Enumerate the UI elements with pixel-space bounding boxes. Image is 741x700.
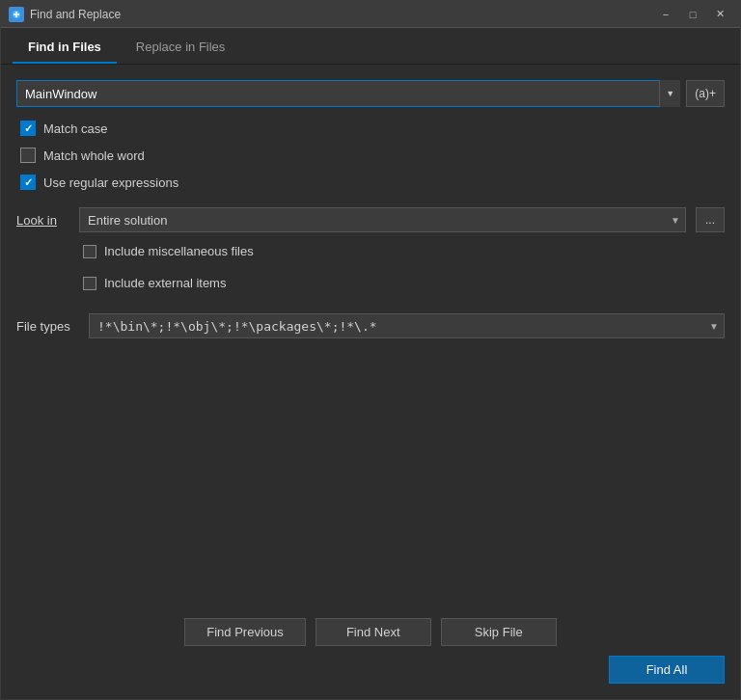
use-regex-row: Use regular expressions [16, 173, 725, 192]
content-area: ▼ (a)+ Match case Match whole word Use r… [1, 65, 740, 606]
search-input-wrapper: ▼ [16, 80, 680, 107]
find-and-replace-window: Find and Replace − □ ✕ Find in Files Rep… [0, 0, 741, 700]
title-bar: Find and Replace − □ ✕ [1, 1, 740, 28]
title-bar-left: Find and Replace [9, 7, 121, 22]
tab-bar: Find in Files Replace in Files [1, 28, 740, 65]
window-icon [9, 7, 24, 22]
include-external-items-label: Include external items [104, 276, 226, 290]
file-types-select[interactable]: !*\bin\*;!*\obj\*;!*\packages\*;!*\.* [89, 313, 725, 338]
tab-replace-in-files[interactable]: Replace in Files [121, 32, 241, 64]
button-row-2: Find All [16, 656, 725, 684]
look-in-section: Look in Entire solution Current Project … [16, 207, 725, 338]
include-external-items-checkbox[interactable] [83, 277, 96, 290]
include-external-items-row: Include external items [79, 274, 725, 292]
search-row: ▼ (a)+ [16, 80, 725, 107]
button-area: Find Previous Find Next Skip File Find A… [1, 606, 740, 699]
file-types-select-wrapper: !*\bin\*;!*\obj\*;!*\packages\*;!*\.* ▼ [89, 313, 725, 338]
regex-button[interactable]: (a)+ [686, 80, 725, 107]
look-in-row: Look in Entire solution Current Project … [16, 207, 725, 232]
find-previous-button[interactable]: Find Previous [184, 618, 305, 646]
tab-find-in-files[interactable]: Find in Files [13, 32, 117, 64]
close-button[interactable]: ✕ [707, 6, 732, 23]
match-whole-word-checkbox[interactable] [20, 148, 36, 163]
window-title: Find and Replace [30, 8, 121, 21]
look-in-label: Look in [16, 213, 69, 228]
use-regex-label: Use regular expressions [43, 175, 178, 190]
minimize-button[interactable]: − [653, 6, 678, 23]
look-in-select[interactable]: Entire solution Current Project Current … [79, 207, 686, 232]
match-whole-word-label: Match whole word [43, 148, 145, 163]
match-whole-word-row: Match whole word [16, 146, 725, 165]
find-all-button[interactable]: Find All [609, 656, 725, 684]
indented-checkboxes: Include miscellaneous files Include exte… [79, 242, 725, 300]
title-bar-controls: − □ ✕ [653, 6, 732, 23]
skip-file-button[interactable]: Skip File [441, 618, 557, 646]
use-regex-checkbox[interactable] [20, 175, 36, 190]
browse-button[interactable]: ... [696, 207, 725, 232]
search-input[interactable] [16, 80, 680, 107]
file-types-label: File types [16, 319, 79, 334]
maximize-button[interactable]: □ [680, 6, 705, 23]
find-next-button[interactable]: Find Next [316, 618, 431, 646]
match-case-checkbox[interactable] [20, 121, 36, 136]
include-misc-files-row: Include miscellaneous files [79, 242, 725, 260]
match-case-row: Match case [16, 119, 725, 138]
search-dropdown-button[interactable]: ▼ [659, 80, 680, 107]
include-misc-files-checkbox[interactable] [83, 245, 96, 258]
include-misc-files-label: Include miscellaneous files [104, 244, 254, 258]
file-types-row: File types !*\bin\*;!*\obj\*;!*\packages… [16, 313, 725, 338]
match-case-label: Match case [43, 121, 107, 136]
button-row-1: Find Previous Find Next Skip File [16, 618, 725, 646]
look-in-select-wrapper: Entire solution Current Project Current … [79, 207, 686, 232]
